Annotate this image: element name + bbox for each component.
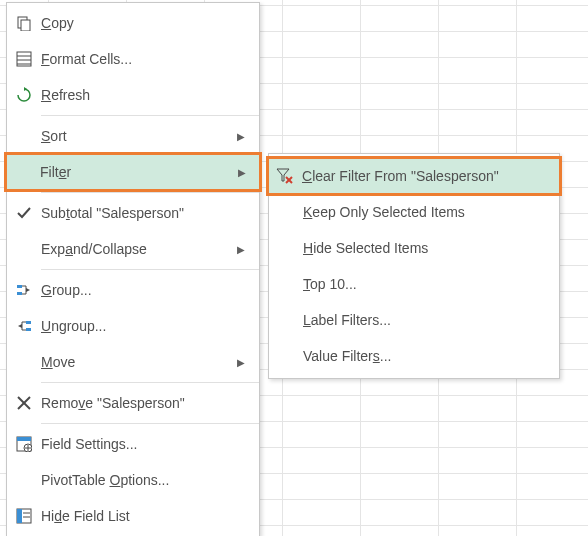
svg-marker-9: [26, 288, 30, 292]
menu-item-format-cells[interactable]: Format Cells...: [7, 41, 259, 77]
submenu-item-keep-selected[interactable]: Keep Only Selected Items: [269, 194, 559, 230]
menu-label: Value Filters...: [303, 348, 545, 364]
menu-separator: [41, 423, 259, 424]
svg-rect-21: [17, 509, 22, 523]
copy-icon: [7, 15, 41, 31]
menu-label: Remove "Salesperson": [41, 395, 245, 411]
menu-item-filter[interactable]: Filter ▶: [6, 154, 260, 190]
menu-label: Keep Only Selected Items: [303, 204, 545, 220]
svg-rect-11: [26, 328, 31, 331]
menu-label: PivotTable Options...: [41, 472, 245, 488]
menu-item-copy[interactable]: Copy: [7, 5, 259, 41]
remove-icon: [7, 395, 41, 411]
menu-label: Sort: [41, 128, 237, 144]
svg-marker-12: [18, 324, 22, 328]
menu-item-remove-field[interactable]: Remove "Salesperson": [7, 385, 259, 421]
menu-separator: [41, 192, 259, 193]
svg-rect-10: [26, 321, 31, 324]
menu-label: Clear Filter From "Salesperson": [302, 168, 546, 184]
context-menu: Copy Format Cells... Refresh Sort ▶ Filt…: [6, 2, 260, 536]
field-list-icon: [7, 508, 41, 524]
menu-label: Group...: [41, 282, 245, 298]
menu-label: Label Filters...: [303, 312, 545, 328]
menu-label: Refresh: [41, 87, 245, 103]
menu-item-ungroup[interactable]: Ungroup...: [7, 308, 259, 344]
submenu-arrow-icon: ▶: [237, 244, 245, 255]
submenu-item-clear-filter[interactable]: Clear Filter From "Salesperson": [268, 158, 560, 194]
svg-rect-7: [17, 285, 22, 288]
svg-rect-16: [17, 437, 31, 441]
menu-separator: [41, 269, 259, 270]
menu-item-refresh[interactable]: Refresh: [7, 77, 259, 113]
submenu-item-value-filters[interactable]: Value Filters...: [269, 338, 559, 374]
menu-item-pivottable-options[interactable]: PivotTable Options...: [7, 462, 259, 498]
menu-item-group[interactable]: Group...: [7, 272, 259, 308]
submenu-item-label-filters[interactable]: Label Filters...: [269, 302, 559, 338]
svg-rect-1: [21, 20, 30, 31]
menu-label: Expand/Collapse: [41, 241, 237, 257]
menu-item-expand-collapse[interactable]: Expand/Collapse ▶: [7, 231, 259, 267]
submenu-arrow-icon: ▶: [238, 167, 246, 178]
format-cells-icon: [7, 51, 41, 67]
refresh-icon: [7, 87, 41, 103]
menu-label: Move: [41, 354, 237, 370]
submenu-arrow-icon: ▶: [237, 131, 245, 142]
submenu-item-top-10[interactable]: Top 10...: [269, 266, 559, 302]
menu-separator: [41, 382, 259, 383]
submenu-item-hide-selected[interactable]: Hide Selected Items: [269, 230, 559, 266]
checkmark-icon: [7, 205, 41, 221]
menu-label: Hide Selected Items: [303, 240, 545, 256]
menu-label: Hide Field List: [41, 508, 245, 524]
menu-label: Ungroup...: [41, 318, 245, 334]
menu-item-sort[interactable]: Sort ▶: [7, 118, 259, 154]
submenu-arrow-icon: ▶: [237, 357, 245, 368]
clear-filter-icon: [268, 168, 302, 184]
menu-item-subtotal[interactable]: Subtotal "Salesperson": [7, 195, 259, 231]
menu-label: Filter: [40, 164, 238, 180]
menu-label: Copy: [41, 15, 245, 31]
menu-label: Format Cells...: [41, 51, 245, 67]
menu-separator: [41, 115, 259, 116]
ungroup-icon: [7, 318, 41, 334]
svg-rect-8: [17, 292, 22, 295]
menu-label: Top 10...: [303, 276, 545, 292]
group-icon: [7, 282, 41, 298]
menu-item-field-settings[interactable]: Field Settings...: [7, 426, 259, 462]
menu-label: Field Settings...: [41, 436, 245, 452]
filter-submenu: Clear Filter From "Salesperson" Keep Onl…: [268, 153, 560, 379]
menu-item-move[interactable]: Move ▶: [7, 344, 259, 380]
svg-marker-6: [24, 87, 27, 91]
menu-item-hide-field-list[interactable]: Hide Field List: [7, 498, 259, 534]
field-settings-icon: [7, 436, 41, 452]
menu-label: Subtotal "Salesperson": [41, 205, 245, 221]
